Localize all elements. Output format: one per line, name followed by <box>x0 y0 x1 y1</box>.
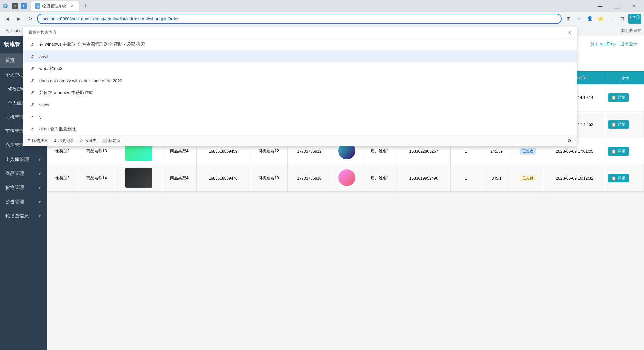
taskbar-icon2: t <box>21 3 27 9</box>
cell-driver-avatar <box>331 165 363 192</box>
filter-search-btn[interactable]: ⊟ 筛选搜索 <box>27 138 48 144</box>
cursor-icon <box>557 16 557 21</box>
detail-button[interactable]: 📋 详情 <box>608 93 629 102</box>
driver-label: 司机管理 <box>5 114 24 120</box>
favorites-label: 收藏夹 <box>85 138 97 144</box>
minimize-button[interactable]: — <box>592 1 608 11</box>
inout-arrow-icon: ▼ <box>38 157 42 162</box>
window-controls: — ⬜ ✕ <box>592 1 641 11</box>
svg-text:物: 物 <box>36 5 39 8</box>
autocomplete-text-1: 在 windows 中获取"文件资源管理器"的帮助 - 必应 搜索 <box>39 41 571 47</box>
url-text: localhost:8080/wuliuguanlixitong/admin/d… <box>42 16 556 21</box>
col-action: 操作 <box>606 72 644 84</box>
tab-favicon: 物 <box>35 3 40 9</box>
autocomplete-text-7: v <box>39 115 571 120</box>
vehicle-label: 车辆管理 <box>5 128 24 134</box>
favorites-icon[interactable]: ⭐ <box>596 14 605 24</box>
autocomplete-item-4[interactable]: ↺ does not comply with addr-spec of rfc … <box>23 75 577 87</box>
sidebar-item-notice[interactable]: 公告管理 ▼ <box>0 195 47 209</box>
autocomplete-header: 最近的搜索内容 ✕ <box>23 27 577 38</box>
favorites-btn[interactable]: ☆ 收藏夹 <box>79 138 97 144</box>
taskbar-icon: ⊞ <box>12 3 18 9</box>
history-icon-8: ↺ <box>29 126 35 132</box>
cell-action: 📋 详情 <box>606 84 644 111</box>
employee-info: 员工 testEmp <box>590 41 616 47</box>
cell-action: 📋 详情 <box>606 165 644 192</box>
browser-menu-icon[interactable]: ··· <box>607 14 616 24</box>
refresh-button[interactable]: ↻ <box>25 14 35 24</box>
toolbar-icons: ⊞ ☆ 👤 ⭐ ··· ⊟ EN ⓘ <box>564 14 641 24</box>
history-icon-2: ↺ <box>29 53 35 60</box>
warehouse-label: 仓库管理 <box>5 142 24 148</box>
other-bookmarks[interactable]: 其他收藏夹 <box>621 28 641 34</box>
back-button[interactable]: ◀ <box>3 14 12 24</box>
tools-label: tools <box>11 29 20 33</box>
autocomplete-close-icon[interactable]: ✕ <box>568 30 571 35</box>
sidebar-toggle-icon[interactable]: ⊟ <box>618 14 627 24</box>
history-icon-3: ↺ <box>29 65 35 72</box>
settings-gear-icon: ⚙ <box>567 138 571 143</box>
extensions-icon[interactable]: ⊞ <box>564 14 573 24</box>
cell-product-type: 商品类型4 <box>162 165 197 192</box>
autocomplete-text-6: vscoe <box>39 102 571 107</box>
svg-text:⊞: ⊞ <box>14 4 16 8</box>
detail-button[interactable]: 📋 详情 <box>608 120 629 129</box>
autocomplete-footer: ⊟ 筛选搜索 ↺ 历史记录 ☆ 收藏夹 ⬜ 标签页 ⚙ <box>23 135 577 146</box>
cell-user-name: 用户姓名1 <box>363 165 397 192</box>
sidebar-item-inout[interactable]: 出入库管理 ▼ <box>0 152 47 167</box>
sidebar-item-freight[interactable]: 货物管理 ▼ <box>0 181 47 195</box>
tabs-btn[interactable]: ⬜ 标签页 <box>102 138 120 144</box>
autocomplete-item-2[interactable]: ↺ anvil <box>23 50 577 62</box>
new-tab-button[interactable]: + <box>80 1 90 11</box>
autocomplete-dropdown: 最近的搜索内容 ✕ ↺ 在 windows 中获取"文件资源管理器"的帮助 - … <box>23 27 577 146</box>
browser-chrome: E ⊞ t 物 物流管理系统 ✕ + — ⬜ ✕ <box>0 0 644 36</box>
browser-tabs: ⊞ t 物 物流管理系统 ✕ + <box>12 1 590 11</box>
autocomplete-item-8[interactable]: ↺ gitee 仓库批量删除 <box>23 123 577 135</box>
tabs-label: 标签页 <box>108 138 120 144</box>
autocomplete-item-6[interactable]: ↺ vscoe <box>23 99 577 111</box>
browser-toolbar: ◀ ▶ ↻ localhost:8080/wuliuguanlixitong/a… <box>0 12 644 26</box>
detail-icon: 📋 <box>611 95 616 100</box>
maximize-button[interactable]: ⬜ <box>609 1 625 11</box>
cell-product-img <box>115 165 162 192</box>
autocomplete-text-4: does not comply with addr-spec of rfc 28… <box>39 78 571 83</box>
svg-text:E: E <box>4 5 6 8</box>
autocomplete-item-3[interactable]: ↺ weba转mp3 <box>23 62 577 75</box>
detail-icon: 📋 <box>611 149 616 154</box>
filter-icon: ⊟ <box>27 138 31 143</box>
forward-button[interactable]: ▶ <box>14 14 23 24</box>
cell-driver-phone: 17703786910 <box>287 165 331 192</box>
settings-icon[interactable]: ⚙ <box>566 137 573 144</box>
sidebar-item-goods[interactable]: 商品管理 ▼ <box>0 167 47 181</box>
favorites-footer-icon: ☆ <box>79 138 83 143</box>
svg-text:t: t <box>23 4 24 8</box>
address-bar[interactable]: localhost:8080/wuliuguanlixitong/admin/d… <box>37 14 562 24</box>
header-right: 员工 testEmp 退出登录 <box>590 41 637 47</box>
autocomplete-item-1[interactable]: ↺ 在 windows 中获取"文件资源管理器"的帮助 - 必应 搜索 <box>23 38 577 50</box>
history-icon-5: ↺ <box>29 89 35 96</box>
history-label: 历史记录 <box>58 138 74 144</box>
close-button[interactable]: ✕ <box>626 1 641 11</box>
banner-arrow-icon: ▼ <box>38 214 42 218</box>
profile-icon[interactable]: 👤 <box>585 14 595 24</box>
cell-action: 📋 详情 <box>606 111 644 138</box>
sidebar-item-banner[interactable]: 轮播图信息 ▼ <box>0 209 47 223</box>
cell-quantity: 1 <box>450 165 481 192</box>
detail-button[interactable]: 📋 详情 <box>608 147 629 156</box>
tools-bookmark[interactable]: 🔧 tools <box>3 28 22 34</box>
detail-button[interactable]: 📋 详情 <box>608 174 629 182</box>
bookmark-icon[interactable]: ☆ <box>575 14 584 24</box>
autocomplete-item-7[interactable]: ↺ v <box>23 111 577 123</box>
freight-arrow-icon: ▼ <box>38 185 42 190</box>
active-tab[interactable]: 物 物流管理系统 ✕ <box>31 1 79 11</box>
history-btn[interactable]: ↺ 历史记录 <box>53 138 74 144</box>
tools-icon: 🔧 <box>5 29 10 33</box>
cell-order-type: 已支付 <box>512 165 543 192</box>
autocomplete-item-5[interactable]: ↺ 如何在 windows 中获取帮助 <box>23 87 577 99</box>
detail-icon: 📋 <box>611 176 616 181</box>
tab-close-button[interactable]: ✕ <box>70 3 75 9</box>
home-label: 首页 <box>5 58 15 64</box>
logout-button[interactable]: 退出登录 <box>620 41 637 47</box>
history-icon-1: ↺ <box>29 41 35 48</box>
cell-sale-type: 销类型3 <box>47 165 78 192</box>
